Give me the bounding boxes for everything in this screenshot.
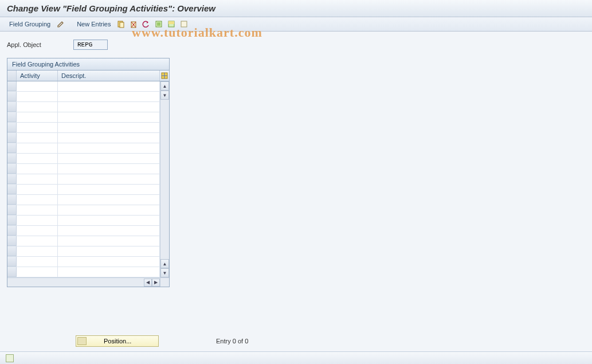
- table-row[interactable]: [7, 205, 160, 216]
- cell-activity[interactable]: [17, 102, 58, 112]
- table-row[interactable]: [7, 102, 160, 112]
- row-selector[interactable]: [7, 164, 17, 174]
- table-row[interactable]: [7, 133, 160, 143]
- cell-descript[interactable]: [58, 174, 160, 184]
- cell-descript[interactable]: [58, 143, 160, 153]
- cell-activity[interactable]: [17, 123, 58, 132]
- cell-descript[interactable]: [58, 185, 160, 194]
- cell-activity[interactable]: [17, 174, 58, 184]
- cell-descript[interactable]: [58, 267, 160, 277]
- cell-descript[interactable]: [58, 205, 160, 215]
- column-header-descript[interactable]: Descript.: [58, 71, 160, 81]
- table-row[interactable]: [7, 216, 160, 226]
- row-selector[interactable]: [7, 205, 17, 215]
- select-all-column-header[interactable]: [7, 71, 17, 81]
- table-settings-icon[interactable]: [160, 71, 169, 81]
- row-selector[interactable]: [7, 267, 17, 277]
- cell-descript[interactable]: [58, 226, 160, 236]
- cell-activity[interactable]: [17, 112, 58, 122]
- row-selector[interactable]: [7, 236, 17, 246]
- column-header-activity[interactable]: Activity: [17, 71, 58, 81]
- scroll-left-icon[interactable]: ◀: [144, 279, 152, 287]
- scroll-up-icon[interactable]: ▲: [160, 81, 169, 91]
- appl-object-value[interactable]: REPG: [73, 40, 108, 50]
- table-row[interactable]: [7, 246, 160, 257]
- table-row[interactable]: [7, 154, 160, 164]
- table-row[interactable]: [7, 195, 160, 205]
- cell-descript[interactable]: [58, 112, 160, 122]
- cell-descript[interactable]: [58, 102, 160, 112]
- change-icon[interactable]: [56, 19, 65, 29]
- new-entries-button[interactable]: New Entries: [75, 19, 113, 29]
- horizontal-scrollbar[interactable]: ◀ ▶: [58, 278, 160, 287]
- row-selector[interactable]: [7, 154, 17, 163]
- deselect-all-icon[interactable]: [179, 19, 189, 29]
- row-selector[interactable]: [7, 92, 17, 101]
- delete-icon[interactable]: [129, 19, 138, 29]
- table-row[interactable]: [7, 257, 160, 267]
- cell-activity[interactable]: [17, 216, 58, 225]
- row-selector[interactable]: [7, 226, 17, 236]
- cell-activity[interactable]: [17, 236, 58, 246]
- table-row[interactable]: [7, 226, 160, 236]
- table-row[interactable]: [7, 143, 160, 154]
- scroll-down-small-icon[interactable]: ▼: [160, 91, 169, 100]
- cell-descript[interactable]: [58, 81, 160, 91]
- row-selector[interactable]: [7, 257, 17, 267]
- cell-activity[interactable]: [17, 81, 58, 91]
- row-selector[interactable]: [7, 174, 17, 184]
- row-selector[interactable]: [7, 246, 17, 256]
- copy-icon[interactable]: [116, 19, 126, 29]
- table-row[interactable]: [7, 185, 160, 195]
- field-grouping-button[interactable]: Field Grouping: [7, 19, 53, 29]
- cell-activity[interactable]: [17, 185, 58, 194]
- cell-activity[interactable]: [17, 246, 58, 256]
- cell-descript[interactable]: [58, 92, 160, 101]
- table-row[interactable]: [7, 267, 160, 277]
- position-button[interactable]: Position...: [76, 335, 159, 347]
- cell-descript[interactable]: [58, 216, 160, 225]
- table-row[interactable]: [7, 81, 160, 92]
- row-selector[interactable]: [7, 112, 17, 122]
- cell-activity[interactable]: [17, 92, 58, 101]
- cell-activity[interactable]: [17, 195, 58, 205]
- table-row[interactable]: [7, 236, 160, 246]
- cell-descript[interactable]: [58, 236, 160, 246]
- cell-activity[interactable]: [17, 205, 58, 215]
- cell-activity[interactable]: [17, 164, 58, 174]
- scroll-up-small-icon[interactable]: ▲: [160, 259, 169, 268]
- table-row[interactable]: [7, 123, 160, 133]
- cell-descript[interactable]: [58, 133, 160, 143]
- select-block-icon[interactable]: [167, 19, 176, 29]
- cell-activity[interactable]: [17, 154, 58, 163]
- table-row[interactable]: [7, 164, 160, 174]
- row-selector[interactable]: [7, 81, 17, 91]
- cell-activity[interactable]: [17, 267, 58, 277]
- row-selector[interactable]: [7, 195, 17, 205]
- cell-descript[interactable]: [58, 257, 160, 267]
- table-row[interactable]: [7, 92, 160, 102]
- cell-descript[interactable]: [58, 246, 160, 256]
- row-selector[interactable]: [7, 216, 17, 225]
- undo-icon[interactable]: [142, 19, 151, 29]
- cell-activity[interactable]: [17, 257, 58, 267]
- table-row[interactable]: [7, 112, 160, 123]
- row-selector[interactable]: [7, 123, 17, 132]
- vertical-scrollbar[interactable]: ▲ ▼ ▲ ▼: [160, 81, 169, 277]
- scroll-right-icon[interactable]: ▶: [152, 279, 160, 287]
- cell-activity[interactable]: [17, 143, 58, 153]
- table-row[interactable]: [7, 174, 160, 185]
- scroll-track[interactable]: [160, 100, 169, 259]
- scroll-down-icon[interactable]: ▼: [160, 268, 169, 277]
- cell-activity[interactable]: [17, 226, 58, 236]
- row-selector[interactable]: [7, 143, 17, 153]
- cell-descript[interactable]: [58, 164, 160, 174]
- cell-activity[interactable]: [17, 133, 58, 143]
- select-all-icon[interactable]: [154, 19, 163, 29]
- cell-descript[interactable]: [58, 195, 160, 205]
- cell-descript[interactable]: [58, 123, 160, 132]
- cell-descript[interactable]: [58, 154, 160, 163]
- row-selector[interactable]: [7, 102, 17, 112]
- row-selector[interactable]: [7, 133, 17, 143]
- row-selector[interactable]: [7, 185, 17, 194]
